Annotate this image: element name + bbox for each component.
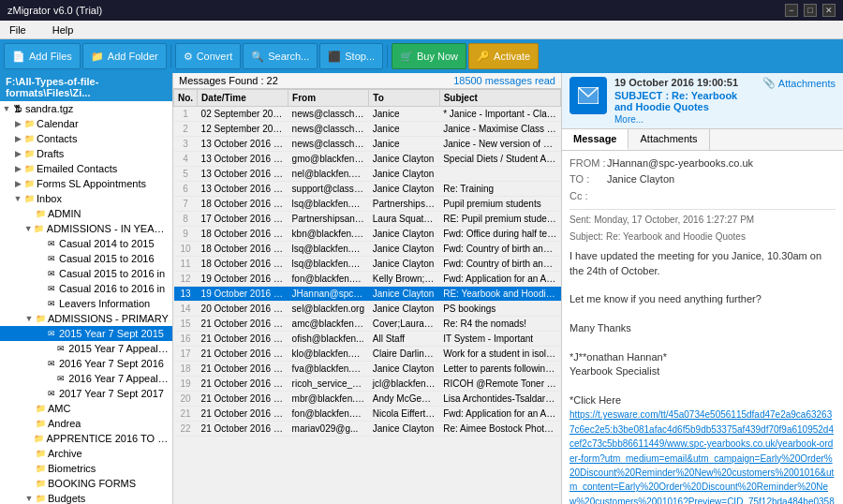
table-row[interactable]: 14 20 October 2016 14:2... sel@blackfen.…	[174, 302, 561, 317]
table-row[interactable]: 1 02 September 2016 1... news@classchart…	[174, 107, 561, 122]
preview-subject: SUBJECT : Re: Yearbook and Hoodie Quotes	[614, 90, 755, 112]
table-row[interactable]: 6 13 October 2016 20:5... support@classc…	[174, 182, 561, 197]
sidebar-item-casual-2015[interactable]: ✉Casual 2015 to 2016	[0, 251, 172, 266]
close-button[interactable]: ✕	[822, 4, 836, 17]
stop-icon: ⬛	[328, 51, 341, 63]
sidebar-item-apprentice[interactable]: 📁APPRENTICE 2016 TO 201	[0, 431, 172, 446]
preview-link-1[interactable]: https://t.yesware.com/tt/45a0734e5056115…	[569, 409, 835, 504]
table-row[interactable]: 4 13 October 2016 19:... gmo@blackfen.be…	[174, 152, 561, 167]
sidebar-item-amc[interactable]: 📁AMC	[0, 401, 172, 416]
col-subject[interactable]: Subject	[439, 90, 560, 107]
sidebar-item-booking-forms[interactable]: 📁BOOKING FORMS	[0, 476, 172, 491]
tree-label: Casual 2015 to 2016 in	[59, 268, 165, 279]
tab-attachments[interactable]: Attachments	[629, 129, 709, 150]
sidebar-item-admissions-in-year[interactable]: ▼📁ADMISSIONS - IN YEAR AI	[0, 221, 172, 236]
tree-label: APPRENTICE 2016 TO 201	[46, 433, 170, 444]
sidebar-item-calendar[interactable]: ▶📁Calendar	[0, 116, 172, 131]
table-row[interactable]: 20 21 October 2016 20:0... mbr@blackfen.…	[174, 392, 561, 407]
expand-icon: ▶	[13, 149, 22, 158]
sidebar-item-forms-sl[interactable]: ▶📁Forms SL Appointments	[0, 176, 172, 191]
row-from: Partnershipsand...	[288, 212, 369, 227]
search-button[interactable]: 🔍 Search...	[243, 43, 318, 69]
message-table-wrapper[interactable]: No. Date/Time From To Subject 1 02 Septe…	[173, 89, 561, 504]
sidebar-item-casual-2016[interactable]: ✉Casual 2016 to 2016 in	[0, 281, 172, 296]
sidebar-item-budgets[interactable]: ▼📁Budgets	[0, 491, 172, 504]
table-row[interactable]: 8 17 October 2016 19:1... Partnershipsan…	[174, 212, 561, 227]
toolbar-separator-1	[170, 45, 171, 67]
add-folder-button[interactable]: 📁 Add Folder	[82, 43, 167, 69]
row-datetime: 13 October 2016 19:...	[198, 152, 288, 167]
email-envelope-icon	[578, 87, 599, 104]
table-row[interactable]: 21 21 October 2016 20:4... fon@blackfen.…	[174, 407, 561, 422]
table-row[interactable]: 2 12 September 2016 1... news@classchart…	[174, 122, 561, 137]
add-files-button[interactable]: 📄 Add Files	[4, 43, 81, 69]
table-row[interactable]: 9 18 October 2016 19:1... kbn@blackfen.b…	[174, 227, 561, 242]
col-from[interactable]: From	[288, 90, 369, 107]
preview-body[interactable]: FROM : JHannan@spc-yearbooks.co.uk TO : …	[562, 151, 843, 504]
buy-now-button[interactable]: 🛒 Buy Now	[392, 43, 466, 69]
sidebar-item-admissions-primary[interactable]: ▼📁ADMISSIONS - PRIMARY	[0, 311, 172, 326]
table-row[interactable]: 22 21 October 2016 21:5... mariav029@g..…	[174, 422, 561, 437]
sidebar-item-2015-year7[interactable]: ✉2015 Year 7 Appeals S	[0, 341, 172, 356]
sidebar-item-archive[interactable]: 📁Archive	[0, 446, 172, 461]
message-tbody: 1 02 September 2016 1... news@classchart…	[174, 107, 561, 437]
convert-button[interactable]: ⚙ Convert	[175, 43, 242, 69]
sidebar-item-casual-2015-2016[interactable]: ✉Casual 2015 to 2016 in	[0, 266, 172, 281]
table-row[interactable]: 11 18 October 2016 18:0... lsq@blackfen.…	[174, 257, 561, 272]
row-to: Janice Clayton	[369, 227, 439, 242]
activate-button[interactable]: 🔑 Activate	[468, 43, 539, 69]
sidebar-item-emailed-contacts[interactable]: ▶📁Emailed Contacts	[0, 161, 172, 176]
table-row[interactable]: 19 21 October 2016 20:0... ricoh_service…	[174, 377, 561, 392]
row-num: 1	[174, 107, 198, 122]
sidebar-item-contacts[interactable]: ▶📁Contacts	[0, 131, 172, 146]
menu-help[interactable]: Help	[47, 22, 80, 37]
row-to: Janice Clayton	[369, 422, 439, 437]
table-row[interactable]: 3 13 October 2016 13:... news@classchart…	[174, 137, 561, 152]
table-row[interactable]: 17 21 October 2016 19:3... klo@blackfen.…	[174, 347, 561, 362]
col-no[interactable]: No.	[174, 90, 198, 107]
row-subject: * Janice - Important - Class Cl...	[439, 107, 560, 122]
sidebar-item-2016-year7-appeals[interactable]: ✉2016 Year 7 Appeals S	[0, 371, 172, 386]
row-to: Janice Clayton	[369, 152, 439, 167]
table-row[interactable]: 10 18 October 2016 17:5... lsq@blackfen.…	[174, 242, 561, 257]
row-num: 17	[174, 347, 198, 362]
meta-from-label: FROM :	[569, 156, 607, 170]
tree-folder-icon: ✉	[45, 237, 58, 250]
sidebar-item-2015-year[interactable]: ✉2015 Year 7 Sept 2015	[0, 326, 172, 341]
sidebar-item-casual-2014[interactable]: ✉Casual 2014 to 2015	[0, 236, 172, 251]
sidebar-item-biometrics[interactable]: 📁Biometrics	[0, 461, 172, 476]
row-to: Kelly Brown;Jani...	[369, 272, 439, 287]
sidebar-item-root[interactable]: ▼🗜sandra.tgz	[0, 101, 172, 116]
minimize-button[interactable]: −	[785, 4, 798, 17]
stop-button[interactable]: ⬛ Stop...	[319, 43, 383, 69]
sidebar-item-2016-year7[interactable]: ✉2016 Year 7 Sept 2016	[0, 356, 172, 371]
add-folder-icon: 📁	[91, 51, 104, 63]
preview-more-link[interactable]: More...	[614, 114, 755, 125]
tree-label: Casual 2014 to 2015	[59, 238, 155, 249]
row-to: Partnerships and...	[369, 197, 439, 212]
sidebar-item-2017-year7[interactable]: ✉2017 Year 7 Sept 2017	[0, 386, 172, 401]
row-datetime: 19 October 2016 19:0...	[198, 287, 288, 302]
sidebar-item-drafts[interactable]: ▶📁Drafts	[0, 146, 172, 161]
sidebar-item-admin[interactable]: 📁ADMIN	[0, 206, 172, 221]
table-row[interactable]: 12 19 October 2016 17:5... fon@blackfen.…	[174, 272, 561, 287]
row-from: mariav029@g...	[288, 422, 369, 437]
table-row[interactable]: 18 21 October 2016 17:4... fva@blackfen.…	[174, 362, 561, 377]
table-row[interactable]: 5 13 October 2016 20:0... nel@blackfen.b…	[174, 167, 561, 182]
tab-message[interactable]: Message	[562, 129, 629, 150]
sidebar-item-inbox[interactable]: ▼📁Inbox	[0, 191, 172, 206]
table-row[interactable]: 15 21 October 2016 14:1... amc@blackfen.…	[174, 317, 561, 332]
table-row[interactable]: 13 19 October 2016 19:0... JHannan@spc-y…	[174, 287, 561, 302]
table-row[interactable]: 7 18 October 2016 19:1... lsq@blackfen.b…	[174, 197, 561, 212]
tree-folder-icon: 📁	[22, 117, 36, 130]
table-row[interactable]: 16 21 October 2016 17:4... ofish@blackfe…	[174, 332, 561, 347]
col-to[interactable]: To	[369, 90, 439, 107]
menu-file[interactable]: File	[4, 22, 32, 37]
maximize-button[interactable]: □	[804, 4, 817, 17]
row-num: 21	[174, 407, 198, 422]
row-num: 16	[174, 332, 198, 347]
sidebar-item-andrea[interactable]: 📁Andrea	[0, 416, 172, 431]
sidebar-item-leavers-info[interactable]: ✉Leavers Information	[0, 296, 172, 311]
col-datetime[interactable]: Date/Time	[198, 90, 288, 107]
read-count: 18500 messages read	[453, 75, 555, 86]
